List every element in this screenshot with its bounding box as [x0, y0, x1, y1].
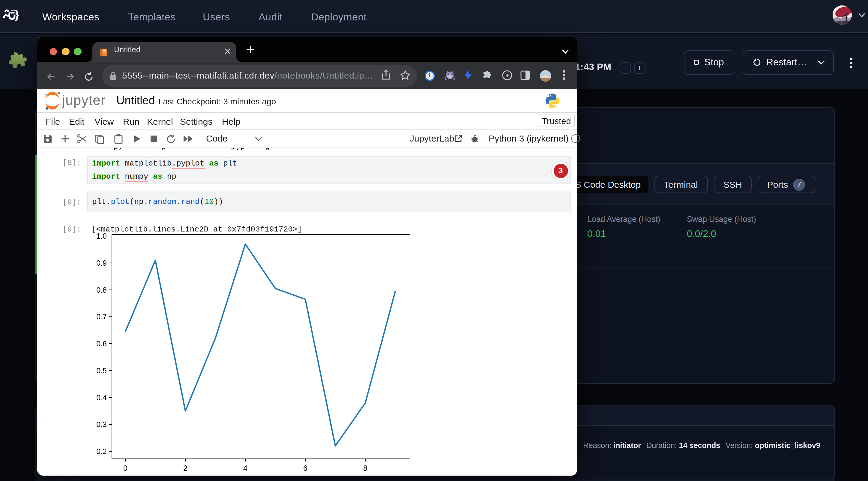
svg-text:0: 0	[123, 464, 127, 472]
svg-text:0.9: 0.9	[96, 259, 107, 267]
svg-text:0.4: 0.4	[96, 393, 107, 402]
svg-text:4: 4	[243, 464, 247, 472]
svg-text:0.3: 0.3	[96, 420, 107, 428]
svg-text:0.6: 0.6	[96, 340, 107, 348]
svg-text:0.8: 0.8	[96, 286, 107, 294]
svg-text:8: 8	[363, 464, 367, 472]
svg-text:6: 6	[303, 464, 307, 472]
svg-text:0.2: 0.2	[96, 447, 107, 455]
svg-text:1.0: 1.0	[96, 232, 107, 240]
svg-text:0.5: 0.5	[96, 366, 107, 375]
svg-text:2: 2	[183, 464, 187, 472]
svg-text:}: }	[15, 8, 19, 21]
svg-text:0.7: 0.7	[96, 313, 107, 321]
